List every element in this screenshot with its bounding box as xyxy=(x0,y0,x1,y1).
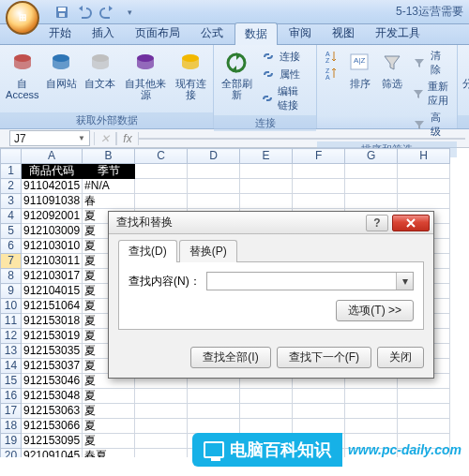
cell[interactable]: 季节 xyxy=(83,164,135,179)
row-header-13[interactable]: 13 xyxy=(1,344,22,359)
cell[interactable]: 912153035 xyxy=(22,344,83,359)
cell[interactable] xyxy=(135,194,188,209)
cell[interactable] xyxy=(188,179,240,194)
row-header-8[interactable]: 8 xyxy=(1,269,22,284)
chevron-down-icon[interactable]: ▼ xyxy=(78,134,85,142)
cell[interactable] xyxy=(188,389,240,404)
cell[interactable] xyxy=(240,179,293,194)
save-icon[interactable] xyxy=(53,3,71,22)
refresh-all-button[interactable]: 全部刷新 xyxy=(218,48,255,113)
ribbon-tab-2[interactable]: 页面布局 xyxy=(126,22,189,44)
cell[interactable] xyxy=(345,389,398,404)
cell[interactable]: 912103009 xyxy=(22,224,83,239)
find-next-button[interactable]: 查找下一个(F) xyxy=(277,347,371,368)
cell[interactable]: 夏 xyxy=(83,404,135,419)
cell[interactable] xyxy=(398,179,450,194)
cell[interactable] xyxy=(188,194,240,209)
cell[interactable] xyxy=(345,194,398,209)
redo-icon[interactable] xyxy=(98,3,116,22)
cell[interactable]: 912153063 xyxy=(22,404,83,419)
cell[interactable]: #N/A xyxy=(83,179,135,194)
cell[interactable] xyxy=(240,389,293,404)
cell[interactable] xyxy=(398,419,450,434)
find-what-combo[interactable]: ▾ xyxy=(206,272,414,290)
cell[interactable] xyxy=(188,404,240,419)
select-all-corner[interactable] xyxy=(1,149,22,164)
cell[interactable]: 912103010 xyxy=(22,239,83,254)
cell[interactable] xyxy=(135,179,188,194)
cell[interactable]: 912153018 xyxy=(22,314,83,329)
cell[interactable] xyxy=(135,389,188,404)
cell[interactable] xyxy=(345,164,398,179)
row-header-1[interactable]: 1 xyxy=(1,164,22,179)
row-header-5[interactable]: 5 xyxy=(1,224,22,239)
cell[interactable] xyxy=(345,419,398,434)
dialog-close-button[interactable] xyxy=(392,215,430,231)
ribbon-tab-1[interactable]: 插入 xyxy=(83,22,124,44)
cell[interactable]: 912153066 xyxy=(22,419,83,434)
cell[interactable] xyxy=(135,449,188,458)
cell[interactable]: 夏 xyxy=(83,389,135,404)
column-header-B[interactable]: B xyxy=(83,149,135,164)
cell[interactable] xyxy=(398,404,450,419)
sort-button[interactable]: A|Z 排序 xyxy=(345,48,375,140)
external-data-button-3[interactable]: 自其他来源 xyxy=(121,48,171,102)
cell[interactable] xyxy=(345,404,398,419)
cell[interactable] xyxy=(398,194,450,209)
cell[interactable]: 春 xyxy=(83,194,135,209)
cell[interactable]: 911091038 xyxy=(22,194,83,209)
office-button[interactable]: ⊞ xyxy=(6,1,39,35)
row-header-16[interactable]: 16 xyxy=(1,389,22,404)
cell[interactable] xyxy=(135,434,188,449)
fx-icon[interactable]: fx xyxy=(116,132,139,145)
external-data-button-4[interactable]: 现有连接 xyxy=(172,48,209,102)
cell[interactable] xyxy=(240,419,293,434)
cell[interactable]: 912151064 xyxy=(22,299,83,314)
ribbon-tab-6[interactable]: 视图 xyxy=(323,22,364,44)
column-header-G[interactable]: G xyxy=(345,149,398,164)
chevron-down-icon[interactable]: ▾ xyxy=(396,273,413,290)
row-header-3[interactable]: 3 xyxy=(1,194,22,209)
cell[interactable] xyxy=(240,164,293,179)
column-header-A[interactable]: A xyxy=(22,149,83,164)
ribbon-tab-0[interactable]: 开始 xyxy=(39,22,81,44)
row-header-12[interactable]: 12 xyxy=(1,329,22,344)
tab-replace[interactable]: 替换(P) xyxy=(179,240,237,262)
column-header-F[interactable]: F xyxy=(293,149,345,164)
row-header-19[interactable]: 19 xyxy=(1,434,22,449)
cell[interactable]: 夏 xyxy=(83,419,135,434)
find-what-input[interactable] xyxy=(207,273,396,290)
external-data-button-2[interactable]: 自文本 xyxy=(82,48,119,102)
column-header-H[interactable]: H xyxy=(398,149,450,164)
cell[interactable] xyxy=(135,404,188,419)
cell[interactable]: 911042015 xyxy=(22,179,83,194)
cell[interactable] xyxy=(135,164,188,179)
filter-item-2[interactable]: 高级 xyxy=(409,110,453,140)
cell[interactable] xyxy=(398,389,450,404)
cell[interactable] xyxy=(240,404,293,419)
row-header-14[interactable]: 14 xyxy=(1,359,22,374)
cell[interactable] xyxy=(345,179,398,194)
cell[interactable] xyxy=(188,419,240,434)
sort-desc-button[interactable]: ZA xyxy=(321,65,343,82)
column-header-E[interactable]: E xyxy=(240,149,293,164)
ribbon-tab-4[interactable]: 数据 xyxy=(234,22,278,45)
cell[interactable]: 商品代码 xyxy=(22,164,83,179)
cell[interactable]: 912103011 xyxy=(22,254,83,269)
ribbon-tab-3[interactable]: 公式 xyxy=(191,22,233,44)
cell[interactable]: 912092001 xyxy=(22,209,83,224)
tab-find[interactable]: 查找(D) xyxy=(118,240,177,262)
cell[interactable]: 912104015 xyxy=(22,284,83,299)
cell[interactable] xyxy=(135,419,188,434)
cell[interactable]: 912153048 xyxy=(22,389,83,404)
filter-item-1[interactable]: 重新应用 xyxy=(409,79,453,109)
row-header-6[interactable]: 6 xyxy=(1,239,22,254)
dialog-titlebar[interactable]: 查找和替换 ? xyxy=(109,212,433,234)
filter-item-0[interactable]: 清除 xyxy=(409,48,453,78)
undo-icon[interactable] xyxy=(75,3,94,22)
connections-item-1[interactable]: 属性 xyxy=(257,66,312,82)
row-header-15[interactable]: 15 xyxy=(1,374,22,389)
cell[interactable]: 春夏 xyxy=(83,449,135,458)
options-button[interactable]: 选项(T) >> xyxy=(336,300,414,321)
row-header-20[interactable]: 20 xyxy=(1,449,22,458)
